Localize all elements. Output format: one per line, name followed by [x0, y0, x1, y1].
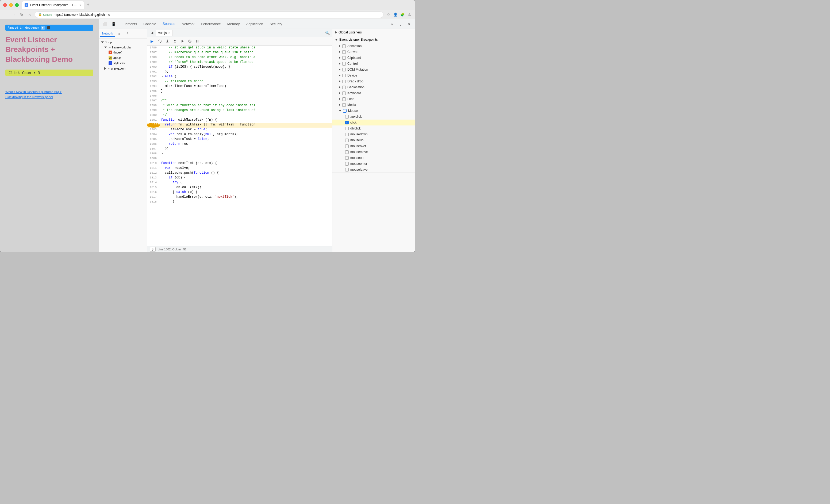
tree-item-top[interactable]: □ top [99, 40, 147, 45]
editor-tab-close-button[interactable]: × [168, 31, 170, 34]
more-tabs-button[interactable]: » [388, 20, 396, 28]
bp-item-click[interactable]: ✓ click [332, 120, 415, 125]
bp-item-geolocation[interactable]: Geolocation [332, 84, 415, 90]
bp-item-device[interactable]: Device [332, 72, 415, 78]
bp-checkbox-mouseout[interactable] [345, 156, 349, 160]
profile-button[interactable]: 👤 [392, 12, 398, 18]
sources-more-button[interactable]: » [116, 30, 123, 37]
home-button[interactable]: ⌂ [27, 12, 33, 18]
maximize-window-button[interactable] [15, 3, 19, 7]
tab-performance[interactable]: Performance [198, 20, 224, 28]
bp-checkbox-device[interactable] [342, 74, 346, 77]
forward-button[interactable]: → [11, 12, 17, 18]
bp-item-clipboard[interactable]: Clipboard [332, 55, 415, 61]
bp-item-auxclick[interactable]: auxclick [332, 114, 415, 120]
bp-item-mouseleave[interactable]: mouseleave [332, 167, 415, 172]
step-out-button[interactable] [172, 38, 178, 44]
tree-item-index[interactable]: H (index) [99, 50, 147, 55]
bp-item-mousedown[interactable]: mousedown [332, 131, 415, 137]
extension-button[interactable]: 🧩 [400, 12, 405, 18]
bp-checkbox-auxclick[interactable] [345, 115, 349, 119]
active-browser-tab[interactable]: E Event Listener Breakpoints + E... × [22, 1, 84, 9]
bookmark-button[interactable]: ☆ [386, 12, 391, 18]
bp-checkbox-media[interactable] [342, 103, 346, 107]
blackboxing-link[interactable]: Blackboxing in the Network panel [5, 95, 93, 100]
bp-item-dblclick[interactable]: dblclick [332, 125, 415, 131]
bp-item-mouse[interactable]: Mouse [332, 108, 415, 114]
reload-button[interactable]: ↻ [19, 12, 25, 18]
bp-checkbox-animation[interactable] [342, 44, 346, 48]
close-window-button[interactable] [3, 3, 7, 7]
format-button[interactable]: {} [150, 247, 156, 252]
bp-item-drag-drop[interactable]: Drag / drop [332, 78, 415, 84]
bp-checkbox-mouseover[interactable] [345, 145, 349, 148]
tab-network[interactable]: Network [179, 20, 198, 28]
bp-item-keyboard[interactable]: Keyboard [332, 90, 415, 96]
search-in-file-button[interactable]: 🔍 [324, 29, 331, 37]
bp-checkbox-canvas[interactable] [342, 50, 346, 54]
bp-checkbox-mouseenter[interactable] [345, 162, 349, 166]
tab-console[interactable]: Console [140, 20, 159, 28]
address-input[interactable]: 🔒 Secure https://framework-blackboxing.g… [35, 11, 383, 18]
sources-network-tab[interactable]: Network [100, 31, 115, 37]
bp-checkbox-geolocation[interactable] [342, 86, 346, 89]
close-devtools-button[interactable]: × [405, 20, 413, 28]
bp-item-load[interactable]: Load [332, 96, 415, 102]
bp-item-canvas[interactable]: Canvas [332, 49, 415, 55]
global-listeners-header[interactable]: Global Listeners [332, 29, 415, 36]
event-listener-breakpoints-header[interactable]: Event Listener Breakpoints [332, 36, 415, 43]
step-into-button[interactable] [164, 38, 170, 44]
devtools-menu-button[interactable]: ⋮ [397, 20, 404, 28]
bp-item-media[interactable]: Media [332, 102, 415, 108]
tab-security[interactable]: Security [266, 20, 285, 28]
step-button[interactable] [179, 38, 186, 44]
bp-checkbox-click[interactable]: ✓ [345, 121, 349, 124]
inspect-element-button[interactable]: ⬜ [101, 20, 108, 28]
bp-checkbox-dom-mutation[interactable] [342, 68, 346, 71]
tab-close-button[interactable]: × [79, 3, 81, 7]
alert-button[interactable]: ⚠ [407, 12, 412, 18]
bp-checkbox-mouseup[interactable] [345, 138, 349, 142]
bp-checkbox-mouseleave[interactable] [345, 168, 349, 171]
bp-item-mouseenter[interactable]: mouseenter [332, 161, 415, 167]
bp-item-control[interactable]: Control [332, 61, 415, 67]
bp-checkbox-load[interactable] [342, 97, 346, 101]
bp-item-mouseup[interactable]: mouseup [332, 137, 415, 143]
resume-button[interactable]: ▶| [149, 38, 156, 44]
devtools-link[interactable]: What's New In DevTools (Chrome 66) > [5, 90, 93, 95]
bp-label-mouseout: mouseout [350, 156, 364, 160]
minimize-window-button[interactable] [9, 3, 13, 7]
bp-checkbox-dblclick[interactable] [345, 127, 349, 130]
bp-checkbox-mouse[interactable] [343, 109, 347, 113]
back-button[interactable]: ← [3, 12, 8, 18]
bp-item-mouseover[interactable]: mouseover [332, 143, 415, 149]
bp-checkbox-control[interactable] [342, 62, 346, 66]
sources-menu-button[interactable]: ⋮ [124, 30, 131, 37]
bp-checkbox-drag-drop[interactable] [342, 80, 346, 83]
tab-application[interactable]: Application [243, 20, 266, 28]
pause-on-exceptions-button[interactable] [194, 38, 200, 44]
bp-checkbox-clipboard[interactable] [342, 56, 346, 60]
editor-tab-vuejs[interactable]: vue.js × [156, 30, 173, 36]
tree-item-unpkg[interactable]: ☁ unpkg.com [99, 66, 147, 71]
resume-from-banner-button[interactable]: ▶ [41, 26, 45, 30]
code-content[interactable]: 1786 // it can get stuck in a weird stat… [147, 46, 332, 246]
step-over-button[interactable] [157, 38, 163, 44]
tree-item-appjs[interactable]: JS app.js [99, 55, 147, 60]
bp-item-dom-mutation[interactable]: DOM Mutation [332, 67, 415, 72]
device-toolbar-button[interactable]: 📱 [109, 20, 117, 28]
bp-checkbox-keyboard[interactable] [342, 92, 346, 95]
tab-elements[interactable]: Elements [119, 20, 140, 28]
tree-item-framework[interactable]: ☁ framework-bla [99, 45, 147, 50]
bp-item-animation[interactable]: Animation [332, 43, 415, 49]
tab-sources[interactable]: Sources [159, 20, 179, 28]
deactivate-breakpoints-button[interactable] [187, 38, 193, 44]
tree-item-stylecss[interactable]: C style.css [99, 60, 147, 66]
bp-item-mouseout[interactable]: mouseout [332, 155, 415, 161]
tab-memory[interactable]: Memory [224, 20, 243, 28]
bp-item-mousemove[interactable]: mousemove [332, 149, 415, 155]
navigate-back-editor-button[interactable]: ◀ [148, 29, 156, 37]
bp-checkbox-mousedown[interactable] [345, 133, 349, 136]
new-tab-button[interactable]: + [85, 2, 91, 8]
bp-checkbox-mousemove[interactable] [345, 150, 349, 154]
